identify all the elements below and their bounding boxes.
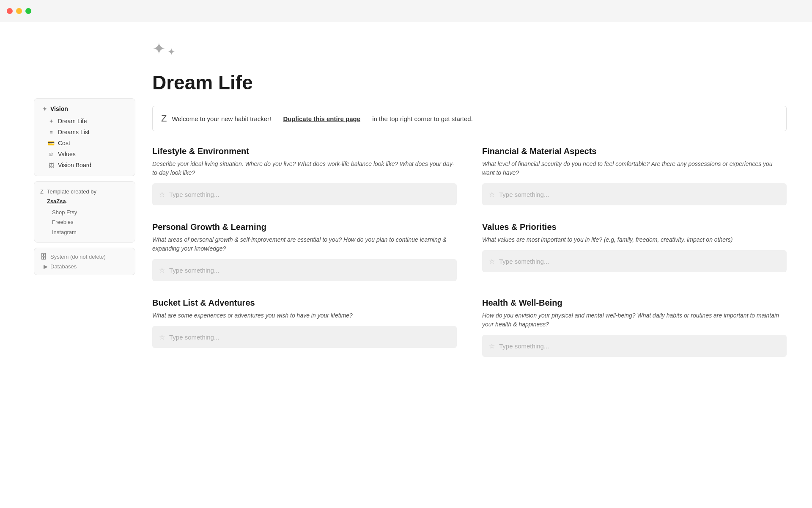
sidebar-dreams-list-label: Dreams List [58, 129, 90, 135]
sidebar-system-section: 🗄 System (do not delete) ▶ Databases [34, 248, 135, 275]
section-values-title: Values & Priorities [482, 222, 787, 232]
image-icon: 🖼 [48, 162, 55, 168]
section-health: Health & Well-Being How do you envision … [482, 298, 787, 357]
section-growth-placeholder: Type something... [169, 267, 219, 274]
sidebar-cost-label: Cost [58, 140, 70, 146]
section-financial: Financial & Material Aspects What level … [482, 146, 787, 205]
sidebar-vision-header[interactable]: ✦ Vision [38, 104, 132, 114]
section-growth-desc: What areas of personal growth & self-imp… [152, 235, 457, 253]
section-health-input[interactable]: ☆ Type something... [482, 335, 787, 357]
sparkle-decoration: ✦ ✦ [152, 39, 787, 64]
section-health-placeholder: Type something... [499, 342, 549, 350]
section-values-priorities: Values & Priorities What values are most… [482, 222, 787, 281]
instagram-link[interactable]: Instagram [52, 227, 129, 237]
sidebar-item-dreams-list[interactable]: ≡ Dreams List [38, 127, 132, 138]
section-values-placeholder: Type something... [499, 258, 549, 265]
section-growth-title: Personal Growth & Learning [152, 222, 457, 232]
section-values-desc: What values are most important to you in… [482, 235, 787, 244]
database-icon: 🗄 [40, 253, 47, 261]
info-zs-icon: Z [161, 113, 167, 124]
scale-icon: ⚖ [48, 151, 55, 157]
star-icon-values: ☆ [489, 257, 495, 265]
template-suffix: . [66, 198, 68, 204]
section-health-desc: How do you envision your physical and me… [482, 311, 787, 329]
triangle-icon: ▶ [44, 263, 48, 270]
sidebar-item-dream-life[interactable]: ✦ Dream Life [38, 116, 132, 127]
sidebar-vision-section: ✦ Vision ✦ Dream Life ≡ Dreams List 💳 Co… [34, 98, 135, 176]
template-prefix: Template created by [47, 188, 96, 195]
titlebar [0, 0, 812, 22]
info-text-after: in the top right corner to get started. [372, 115, 473, 122]
zs-logo-icon: Z [40, 187, 44, 196]
info-text-before: Welcome to your new habit tracker! [172, 115, 271, 122]
sidebar-vision-board-label: Vision Board [58, 162, 91, 168]
minimize-button[interactable] [16, 8, 22, 14]
sparkle-large-icon: ✦ [152, 41, 166, 57]
star-icon-bucket: ☆ [159, 333, 165, 341]
sections-grid: Lifestyle & Environment Describe your id… [152, 146, 787, 357]
sidebar-dream-life-label: Dream Life [58, 118, 87, 124]
shop-etsy-link[interactable]: Shop Etsy [52, 207, 129, 217]
sidebar-template-section: Z Template created by ZsaZsa. Shop Etsy … [34, 181, 135, 243]
sidebar-links: Shop Etsy Freebies Instagram [40, 207, 129, 237]
close-button[interactable] [7, 8, 13, 14]
star-icon-health: ☆ [489, 342, 495, 350]
section-financial-placeholder: Type something... [499, 191, 549, 198]
section-growth-input[interactable]: ☆ Type something... [152, 259, 457, 281]
section-lifestyle-placeholder: Type something... [169, 191, 219, 198]
sidebar-item-vision-board[interactable]: 🖼 Vision Board [38, 160, 132, 171]
card-icon: 💳 [48, 140, 55, 146]
system-label: System (do not delete) [50, 254, 106, 260]
section-health-title: Health & Well-Being [482, 298, 787, 308]
section-bucket-list: Bucket List & Adventures What are some e… [152, 298, 457, 357]
section-lifestyle-desc: Describe your ideal living situation. Wh… [152, 160, 457, 177]
section-lifestyle-input[interactable]: ☆ Type something... [152, 183, 457, 205]
databases-item[interactable]: ▶ Databases [40, 263, 129, 270]
sparkle-icon: ✦ [41, 106, 48, 112]
page-area: ✦ ✦ Dream Life Z Welcome to your new hab… [144, 39, 787, 491]
section-bucket-title: Bucket List & Adventures [152, 298, 457, 308]
sparkle-small2-icon: ✦ [167, 47, 175, 57]
freebies-link[interactable]: Freebies [52, 217, 129, 227]
databases-label: Databases [50, 263, 77, 270]
author-link[interactable]: ZsaZsa [47, 198, 66, 204]
list-icon: ≡ [48, 129, 55, 135]
section-bucket-desc: What are some experiences or adventures … [152, 311, 457, 320]
sparkle-small-icon: ✦ [48, 118, 55, 124]
star-icon-lifestyle: ☆ [159, 190, 165, 199]
info-box: Z Welcome to your new habit tracker! Dup… [152, 106, 787, 131]
section-values-input[interactable]: ☆ Type something... [482, 250, 787, 272]
section-bucket-input[interactable]: ☆ Type something... [152, 326, 457, 348]
star-icon-financial: ☆ [489, 190, 495, 199]
star-icon-growth: ☆ [159, 266, 165, 274]
sidebar: ✦ Vision ✦ Dream Life ≡ Dreams List 💳 Co… [34, 39, 144, 491]
page-title: Dream Life [152, 71, 787, 94]
duplicate-link[interactable]: Duplicate this entire page [283, 115, 360, 122]
sidebar-item-values[interactable]: ⚖ Values [38, 149, 132, 160]
section-lifestyle: Lifestyle & Environment Describe your id… [152, 146, 457, 205]
section-personal-growth: Personal Growth & Learning What areas of… [152, 222, 457, 281]
section-financial-input[interactable]: ☆ Type something... [482, 183, 787, 205]
section-lifestyle-title: Lifestyle & Environment [152, 146, 457, 156]
section-financial-title: Financial & Material Aspects [482, 146, 787, 156]
sidebar-item-cost[interactable]: 💳 Cost [38, 138, 132, 149]
section-bucket-placeholder: Type something... [169, 334, 219, 341]
maximize-button[interactable] [25, 8, 31, 14]
sidebar-vision-label: Vision [50, 105, 68, 112]
section-financial-desc: What level of financial security do you … [482, 160, 787, 177]
sidebar-values-label: Values [58, 151, 76, 157]
